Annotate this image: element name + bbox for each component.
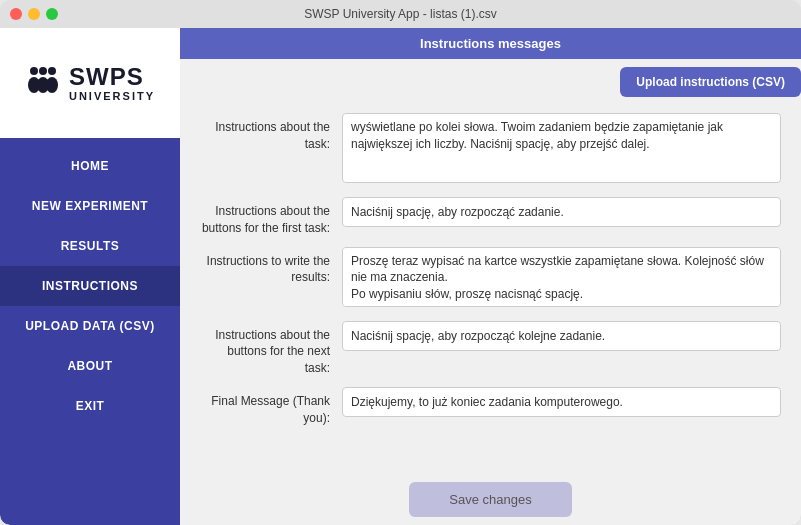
window-title: SWSP University App - listas (1).csv bbox=[304, 7, 497, 21]
label-task: Instructions about the task: bbox=[200, 113, 330, 153]
app-window: SWSP University App - listas (1).csv bbox=[0, 0, 801, 525]
label-buttons-first: Instructions about the buttons for the f… bbox=[200, 197, 330, 237]
svg-point-1 bbox=[48, 67, 56, 75]
logo-swps: SWPS bbox=[69, 64, 155, 90]
label-final: Final Message (Thank you): bbox=[200, 387, 330, 427]
content-area: Instructions messages Upload instruction… bbox=[180, 28, 801, 525]
nav-exit[interactable]: EXIT bbox=[0, 386, 180, 426]
nav-items: HOME NEW EXPERIMENT RESULTS INSTRUCTIONS… bbox=[0, 138, 180, 525]
upload-instructions-button[interactable]: Upload instructions (CSV) bbox=[620, 67, 801, 97]
field-final bbox=[342, 387, 781, 417]
field-results: Proszę teraz wypisać na kartce wszystkie… bbox=[342, 247, 781, 311]
minimize-btn[interactable] bbox=[28, 8, 40, 20]
maximize-btn[interactable] bbox=[46, 8, 58, 20]
field-task: wyświetlane po kolei słowa. Twoim zadani… bbox=[342, 113, 781, 187]
titlebar: SWSP University App - listas (1).csv bbox=[0, 0, 801, 28]
content-header: Instructions messages bbox=[180, 28, 801, 59]
input-buttons-next[interactable] bbox=[342, 321, 781, 351]
nav-about[interactable]: ABOUT bbox=[0, 346, 180, 386]
nav-results[interactable]: RESULTS bbox=[0, 226, 180, 266]
input-results[interactable]: Proszę teraz wypisać na kartce wszystkie… bbox=[342, 247, 781, 307]
main-area: SWPS UNIVERSITY HOME NEW EXPERIMENT RESU… bbox=[0, 28, 801, 525]
input-final[interactable] bbox=[342, 387, 781, 417]
sidebar-logo: SWPS UNIVERSITY bbox=[0, 28, 180, 138]
logo-university: UNIVERSITY bbox=[69, 90, 155, 102]
field-row-buttons-first: Instructions about the buttons for the f… bbox=[200, 197, 781, 237]
logo-text: SWPS UNIVERSITY bbox=[69, 64, 155, 102]
upload-row: Upload instructions (CSV) bbox=[180, 59, 801, 101]
input-buttons-first[interactable] bbox=[342, 197, 781, 227]
svg-point-5 bbox=[37, 77, 49, 93]
window-controls bbox=[10, 8, 58, 20]
svg-point-0 bbox=[30, 67, 38, 75]
field-buttons-first bbox=[342, 197, 781, 227]
nav-upload-data[interactable]: UPLOAD DATA (CSV) bbox=[0, 306, 180, 346]
nav-new-experiment[interactable]: NEW EXPERIMENT bbox=[0, 186, 180, 226]
content-body: Instructions about the task: wyświetlane… bbox=[180, 101, 801, 472]
nav-instructions[interactable]: INSTRUCTIONS bbox=[0, 266, 180, 306]
field-row-final: Final Message (Thank you): bbox=[200, 387, 781, 427]
save-changes-button[interactable]: Save changes bbox=[409, 482, 571, 517]
sidebar: SWPS UNIVERSITY HOME NEW EXPERIMENT RESU… bbox=[0, 28, 180, 525]
input-task[interactable]: wyświetlane po kolei słowa. Twoim zadani… bbox=[342, 113, 781, 183]
field-buttons-next bbox=[342, 321, 781, 351]
field-row-results: Instructions to write the results: Prosz… bbox=[200, 247, 781, 311]
field-row-task: Instructions about the task: wyświetlane… bbox=[200, 113, 781, 187]
close-btn[interactable] bbox=[10, 8, 22, 20]
save-row: Save changes bbox=[180, 472, 801, 525]
label-results: Instructions to write the results: bbox=[200, 247, 330, 287]
nav-home[interactable]: HOME bbox=[0, 146, 180, 186]
svg-point-2 bbox=[39, 67, 47, 75]
field-row-buttons-next: Instructions about the buttons for the n… bbox=[200, 321, 781, 377]
label-buttons-next: Instructions about the buttons for the n… bbox=[200, 321, 330, 377]
logo-people-icon bbox=[25, 63, 61, 104]
